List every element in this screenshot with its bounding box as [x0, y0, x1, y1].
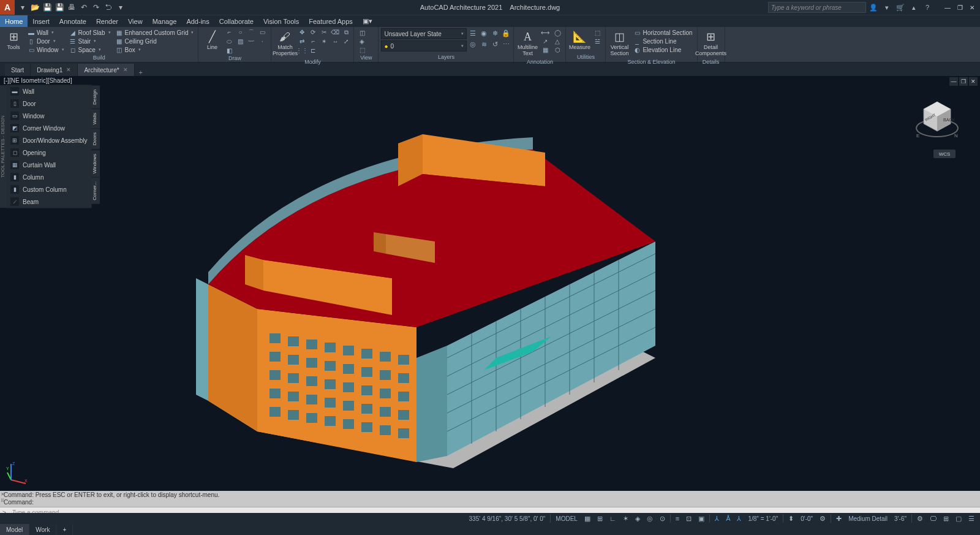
select-icon[interactable]: ⬚	[592, 28, 603, 37]
layer-lock-icon[interactable]: 🔒	[501, 28, 511, 38]
status-coords[interactable]: 335' 4 9/16", 30' 5 5/8", 0' 0"	[466, 514, 549, 523]
layout-tab-work[interactable]: Work	[29, 524, 56, 535]
status-snap-icon[interactable]: ⊞	[594, 514, 606, 523]
vp-menu-button[interactable]: [-][NE Isometric][Shaded]	[2, 77, 74, 84]
menu-vision-tools[interactable]: Vision Tools	[258, 15, 304, 27]
point-icon[interactable]: ·	[257, 37, 267, 45]
anno-key-icon[interactable]: ⬡	[552, 45, 563, 54]
layer-off-icon[interactable]: ◉	[479, 28, 489, 38]
erase-icon[interactable]: ⌫	[330, 28, 340, 36]
vp-minimize-icon[interactable]: —	[949, 77, 958, 86]
menu-home[interactable]: Home	[0, 15, 28, 27]
fillet-icon[interactable]: ⌐	[308, 37, 318, 45]
status-custom-icon[interactable]: ☰	[965, 514, 978, 523]
ellipse-icon[interactable]: ⬭	[224, 37, 234, 45]
current-layer-dropdown[interactable]: ●0▾	[381, 40, 467, 51]
status-3dosnap-icon[interactable]: ⊙	[657, 514, 668, 523]
palette-beam[interactable]: ⟋Beam	[7, 195, 91, 208]
menu-collaborate[interactable]: Collaborate	[214, 15, 258, 27]
mirror-icon[interactable]: ⇄	[297, 37, 307, 45]
cmd-handle-icon[interactable]: ⠿	[0, 498, 6, 504]
layer-state-dropdown[interactable]: Unsaved Layer State▾	[381, 28, 467, 39]
status-gear-icon[interactable]: ⚙	[816, 514, 829, 523]
status-grid-icon[interactable]: ▦	[581, 514, 594, 523]
status-scale[interactable]: 1/8" = 1'-0"	[745, 514, 781, 523]
doc-tab-start[interactable]: Start	[5, 64, 31, 76]
circle-icon[interactable]: ○	[235, 28, 245, 36]
view-3d-icon[interactable]: ⬚	[356, 45, 368, 54]
menu-manage[interactable]: Manage	[148, 15, 182, 27]
palette-tab-corner[interactable]: Corner...	[91, 177, 100, 204]
status-monitor-icon[interactable]: 🖵	[927, 514, 940, 523]
section-line-button[interactable]: ⎯Section Line	[631, 37, 694, 45]
ceiling-grid-button[interactable]: ▦Ceiling Grid	[114, 37, 196, 45]
search-input[interactable]: Type a keyword or phrase	[768, 2, 866, 13]
status-ws-icon[interactable]: ⚙	[914, 514, 926, 523]
tool-palette[interactable]: TOOL PALETTES - DESIGN Design Walls Door…	[6, 85, 92, 208]
palette-column[interactable]: ▮Column	[7, 171, 91, 183]
vp-close-icon[interactable]: ✕	[969, 77, 978, 86]
palette-corner-window[interactable]: ◩Corner Window	[7, 122, 91, 134]
palette-curtain-wall[interactable]: ▦Curtain Wall	[7, 159, 91, 171]
status-surface-icon[interactable]: ✚	[833, 514, 845, 523]
close-icon[interactable]: ✕	[66, 67, 71, 73]
qat-more-icon[interactable]: ▾	[115, 2, 126, 13]
palette-door[interactable]: ▯Door	[7, 97, 91, 110]
layer-match-icon[interactable]: ≋	[479, 39, 489, 49]
vp-maximize-icon[interactable]: ❐	[959, 77, 968, 86]
rotate-icon[interactable]: ⟳	[308, 28, 318, 36]
line-button[interactable]: ╱Line	[201, 28, 223, 52]
add-layout-button[interactable]: +	[56, 524, 73, 535]
view-top-icon[interactable]: ◫	[356, 28, 368, 37]
status-lwt-icon[interactable]: ≡	[673, 514, 682, 523]
status-polar-icon[interactable]: ✶	[620, 514, 631, 523]
status-cut[interactable]: 3'-6"	[891, 514, 910, 523]
trim-icon[interactable]: ✂	[319, 28, 329, 36]
space-button[interactable]: ◻Space▾	[67, 45, 113, 54]
menu-addins[interactable]: Add-ins	[181, 15, 214, 27]
measure-button[interactable]: 📐Measure	[568, 28, 590, 52]
layer-prev-icon[interactable]: ↺	[490, 39, 500, 49]
layer-iso-icon[interactable]: ◎	[468, 39, 478, 49]
status-tpy-icon[interactable]: ⊡	[683, 514, 695, 523]
status-iso-icon[interactable]: ◈	[632, 514, 643, 523]
roof-slab-button[interactable]: ◢Roof Slab▾	[67, 28, 113, 37]
status-ortho-icon[interactable]: ∟	[606, 514, 619, 523]
array-icon[interactable]: ⋮⋮	[297, 47, 307, 55]
menu-annotate[interactable]: Annotate	[55, 15, 91, 27]
stretch-icon[interactable]: ↔	[330, 37, 340, 45]
status-elev[interactable]: 0'-0"	[797, 514, 816, 523]
menu-render[interactable]: Render	[91, 15, 123, 27]
move-icon[interactable]: ✥	[297, 28, 307, 36]
minimize-button[interactable]: —	[942, 2, 953, 13]
view-iso-icon[interactable]: ◈	[356, 37, 368, 45]
box-button[interactable]: ◫Box▾	[114, 45, 196, 54]
maximize-button[interactable]: ❐	[954, 2, 965, 13]
close-button[interactable]: ✕	[967, 2, 978, 13]
palette-opening[interactable]: ◻Opening	[7, 146, 91, 159]
status-detail[interactable]: Medium Detail	[845, 514, 891, 523]
qat-redo-icon[interactable]: ↷	[91, 2, 102, 13]
detail-comp-button[interactable]: ⊞Detail Components	[700, 28, 722, 58]
enhanced-grid-button[interactable]: ▦Enhanced Custom Grid▾	[114, 28, 196, 37]
cart-icon[interactable]: 🛒	[894, 1, 907, 13]
status-elev-icon[interactable]: ⬍	[785, 514, 797, 523]
signin-icon[interactable]: 👤	[867, 1, 880, 13]
cmd-close-icon[interactable]: ✕	[0, 491, 6, 498]
autodesk-app-icon[interactable]: ▾	[881, 1, 893, 13]
palette-window[interactable]: ▭Window	[7, 110, 91, 122]
copy-icon[interactable]: ⧉	[341, 28, 351, 36]
menu-featured-apps[interactable]: Featured Apps	[304, 15, 358, 27]
scale-icon[interactable]: ⤢	[341, 37, 351, 45]
qat-new-icon[interactable]: ▾	[17, 2, 28, 13]
anno-rev-icon[interactable]: △	[552, 37, 563, 45]
palette-dw-assembly[interactable]: ⊞Door/Window Assembly	[7, 134, 91, 146]
layer-freeze-icon[interactable]: ❄	[490, 28, 500, 38]
menu-overflow-icon[interactable]: ▣▾	[358, 15, 377, 27]
dim-leader-icon[interactable]: ↗	[540, 37, 551, 45]
menu-view[interactable]: View	[123, 15, 148, 27]
layout-tab-model[interactable]: Model	[0, 524, 29, 535]
window-button[interactable]: ▭Window▾	[26, 45, 66, 54]
dim-table-icon[interactable]: ▦	[540, 45, 551, 54]
app-logo[interactable]: A	[0, 0, 15, 15]
